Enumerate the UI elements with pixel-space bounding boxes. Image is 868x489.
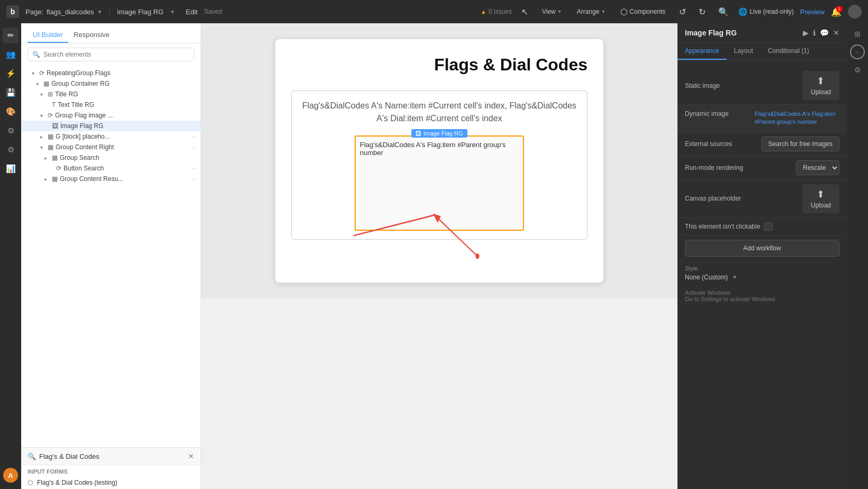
tree-item-label: Group Content Resu... bbox=[60, 175, 123, 183]
right-panel-tabs: Appearance Layout Conditional (1) bbox=[677, 43, 847, 60]
dynamic-image-value[interactable]: Flag's&DialCodes A's Flag:item #Parent g… bbox=[755, 110, 839, 126]
tab-responsive[interactable]: Responsive bbox=[68, 28, 115, 43]
tab-layout[interactable]: Layout bbox=[727, 43, 761, 60]
overflow-menu-icon[interactable]: ··· bbox=[192, 166, 196, 171]
canvas-placeholder-upload-btn[interactable]: ⬆ Upload bbox=[802, 184, 839, 213]
image-flag-box[interactable]: Flag's&DialCodes A's Flag:item #Parent g… bbox=[355, 135, 524, 231]
arrange-caret-icon: ▼ bbox=[601, 9, 605, 14]
search-btn[interactable]: 🔍 bbox=[715, 5, 732, 19]
collapse-icon[interactable]: ▾ bbox=[40, 144, 46, 150]
tree-item-group-content-right[interactable]: ▾ ▦ Group Content Right ··· bbox=[21, 142, 201, 152]
search-panel-close-btn[interactable]: ✕ bbox=[188, 452, 194, 460]
collapse-icon[interactable]: ▾ bbox=[40, 113, 46, 119]
user-avatar[interactable] bbox=[848, 5, 862, 19]
collapse-icon[interactable]: ▸ bbox=[44, 176, 50, 182]
collapse-icon[interactable]: ▸ bbox=[40, 134, 46, 140]
tree-item-label: Text Title RG bbox=[58, 101, 94, 108]
user-initials-avatar[interactable]: A bbox=[3, 468, 18, 483]
run-mode-select-row: Rescale bbox=[796, 160, 839, 175]
not-clickable-checkbox[interactable] bbox=[764, 222, 773, 231]
upload-icon: ⬆ bbox=[817, 75, 825, 87]
page-selector[interactable]: Page: flags_dialcodes ▼ bbox=[25, 8, 103, 16]
upload-icon: ⬆ bbox=[817, 188, 825, 200]
run-mode-select[interactable]: Rescale bbox=[796, 160, 839, 175]
issues-count: 0 issues bbox=[489, 8, 512, 15]
tree-item-g-block-placeho[interactable]: ▸ ▦ G [block] placeho... ··· bbox=[21, 131, 201, 142]
sidebar-plugins-icon[interactable]: ⚙ bbox=[3, 123, 19, 139]
collapse-icon[interactable]: ▸ bbox=[44, 155, 50, 161]
page-label: Page: bbox=[25, 8, 43, 16]
sidebar-workflows-icon[interactable]: ⚡ bbox=[3, 66, 19, 82]
result-label: Flag's & Dial Codes (testing) bbox=[37, 479, 117, 486]
rg-placeholder-text: Flag's&DialCodes A's Name:item #Current … bbox=[300, 99, 578, 125]
repeating-group-container: Flag's&DialCodes A's Name:item #Current … bbox=[291, 90, 587, 240]
external-sources-label: External sources bbox=[685, 140, 732, 148]
tree-item-label: G [block] placeho... bbox=[56, 133, 110, 140]
collapse-icon[interactable]: ▾ bbox=[36, 81, 41, 87]
sidebar-users-icon[interactable]: 👥 bbox=[3, 47, 19, 62]
tree-item-icon: ⟳ bbox=[39, 69, 44, 77]
element-tree: ▾ ⟳ RepeatingGroup Flags ▾ ▦ Group Conta… bbox=[21, 66, 201, 447]
sidebar-styles-icon[interactable]: 🎨 bbox=[3, 104, 19, 120]
arrange-menu[interactable]: Arrange ▼ bbox=[573, 6, 610, 17]
undo-btn[interactable]: ↺ bbox=[676, 5, 689, 19]
search-result-flags-testing[interactable]: ⬡ Flag's & Dial Codes (testing) bbox=[21, 476, 201, 489]
live-mode-btn[interactable]: 🌐 Live (read-only) bbox=[738, 7, 793, 16]
redo-btn[interactable]: ↻ bbox=[695, 5, 709, 19]
tree-item-image-flag-rg[interactable]: 🖼 Image Flag RG bbox=[21, 121, 201, 131]
notifications-btn[interactable]: 🔔 1 bbox=[831, 7, 842, 17]
pointer-tool[interactable]: ↖ bbox=[518, 5, 531, 19]
add-workflow-btn[interactable]: Add workflow bbox=[685, 240, 839, 257]
tree-item-group-search[interactable]: ▸ ▦ Group Search bbox=[21, 152, 201, 163]
overflow-menu-icon[interactable]: ··· bbox=[192, 176, 196, 182]
tree-item-icon: ▦ bbox=[52, 175, 58, 183]
tree-item-group-container-rg[interactable]: ▾ ▦ Group Container RG bbox=[21, 78, 201, 89]
collapse-icon[interactable]: ▾ bbox=[32, 70, 37, 76]
tree-item-group-content-resu[interactable]: ▸ ▦ Group Content Resu... ··· bbox=[21, 174, 201, 184]
search-free-images-btn[interactable]: Search for free images bbox=[762, 137, 839, 151]
tree-item-text-title-rg[interactable]: T Text Title RG bbox=[21, 99, 201, 110]
page-title: Flags & Dial Codes bbox=[291, 55, 587, 75]
search-input[interactable] bbox=[43, 51, 189, 58]
search-panel: 🔍 Flag's & Dial Codes ✕ Input forms ⬡ Fl… bbox=[21, 447, 201, 489]
tab-ui-builder[interactable]: UI Builder bbox=[28, 28, 68, 43]
close-btn[interactable]: ✕ bbox=[833, 29, 839, 37]
far-right-grid-icon[interactable]: ⊞ bbox=[852, 28, 863, 40]
result-icon: ⬡ bbox=[28, 479, 33, 486]
collapse-icon[interactable]: ▾ bbox=[40, 92, 46, 97]
sidebar-builder-icon[interactable]: ✏ bbox=[3, 28, 19, 43]
sidebar-logs-icon[interactable]: 📊 bbox=[3, 161, 19, 177]
tree-item-repeatinggroup-flags[interactable]: ▾ ⟳ RepeatingGroup Flags bbox=[21, 68, 201, 78]
tree-item-icon: 🖼 bbox=[52, 122, 58, 130]
warning-icon: ▲ bbox=[481, 8, 486, 15]
separator: | bbox=[109, 8, 111, 16]
tree-item-group-flag-image[interactable]: ▾ ⟳ Group Flag image ... bbox=[21, 110, 201, 121]
search-panel-title-text: Flag's & Dial Codes bbox=[39, 452, 100, 460]
page-dropdown-icon[interactable]: ▼ bbox=[97, 9, 103, 15]
page-frame: Flags & Dial Codes Flag's&DialCodes A's … bbox=[275, 39, 603, 283]
play-btn[interactable]: ▶ bbox=[803, 29, 809, 37]
comment-btn[interactable]: 💬 bbox=[820, 29, 829, 37]
tree-item-icon: ⟳ bbox=[56, 165, 61, 172]
far-right-settings-icon[interactable]: ⚙ bbox=[852, 64, 863, 76]
overflow-menu-icon[interactable]: ··· bbox=[192, 144, 196, 150]
icon-sidebar: ✏ 👥 ⚡ 💾 🎨 ⚙ ⚙ 📊 A bbox=[0, 23, 21, 489]
preview-btn[interactable]: Preview bbox=[800, 8, 825, 16]
tree-item-button-search[interactable]: ⟳ Button Search ··· bbox=[21, 163, 201, 174]
tab-appearance[interactable]: Appearance bbox=[677, 43, 727, 60]
far-right-circle-icon[interactable]: ○ bbox=[850, 44, 865, 59]
overflow-menu-icon[interactable]: ··· bbox=[192, 134, 196, 140]
static-image-upload-btn[interactable]: ⬆ Upload bbox=[802, 71, 839, 100]
element-dropdown-icon[interactable]: ▼ bbox=[170, 9, 175, 15]
tree-item-title-rg[interactable]: ▾ ⊞ Title RG bbox=[21, 89, 201, 99]
static-image-section: Static image ⬆ Upload bbox=[677, 67, 847, 105]
canvas-area: Flags & Dial Codes Flag's&DialCodes A's … bbox=[201, 23, 677, 298]
tab-conditional[interactable]: Conditional (1) bbox=[761, 43, 817, 60]
view-menu[interactable]: View ▼ bbox=[538, 6, 566, 17]
components-btn[interactable]: ⬡ Components bbox=[616, 5, 670, 19]
sidebar-data-icon[interactable]: 💾 bbox=[3, 85, 19, 101]
search-input-box[interactable]: 🔍 bbox=[28, 48, 194, 61]
info-btn[interactable]: ℹ bbox=[813, 29, 816, 37]
sidebar-settings-icon[interactable]: ⚙ bbox=[3, 142, 19, 158]
style-dropdown-icon[interactable]: ▼ bbox=[732, 274, 737, 280]
